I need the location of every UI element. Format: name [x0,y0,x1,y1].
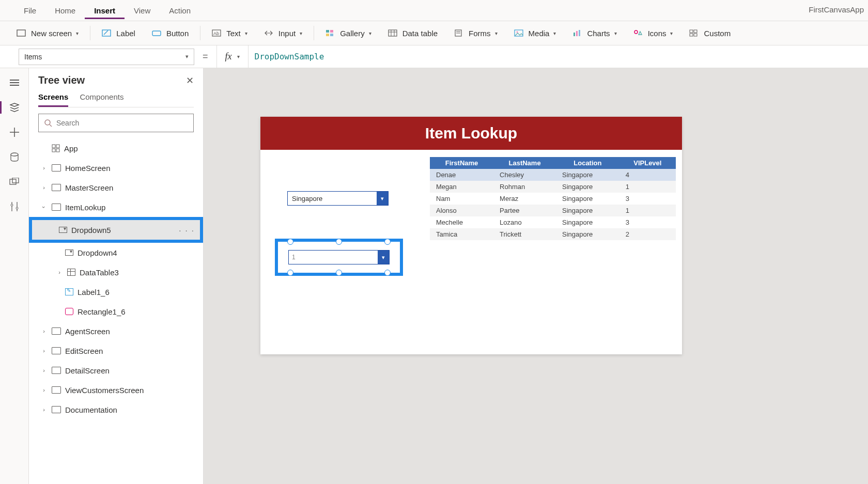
resize-handle[interactable] [287,270,293,276]
label-label: Label [116,29,135,38]
tree-label: Label1_6 [78,288,110,296]
tree-node-detailscreen[interactable]: ›DetailScreen [38,361,194,380]
chevron-down-icon[interactable]: ▾ [378,251,389,264]
custom-icon [689,28,699,38]
table-cell: Singapore [556,193,619,205]
tree-node-label1-6[interactable]: Label1_6 [38,282,194,302]
resize-handle[interactable] [287,239,293,245]
tree-node-viewcustomersscreen[interactable]: ›ViewCustomersScreen [38,380,194,400]
tree-label: ItemLookup [65,203,105,212]
tree-node-dropdown4[interactable]: Dropdown4 [38,243,194,262]
tree-search[interactable] [38,114,194,132]
tree-node-app[interactable]: App [38,138,194,158]
svg-rect-22 [690,30,693,33]
input-button[interactable]: Input ▾ [257,25,309,41]
menu-home[interactable]: Home [45,2,85,19]
menu-file[interactable]: File [14,2,45,19]
tree-node-datatable3[interactable]: ›DataTable3 [38,262,194,282]
table-header[interactable]: LastName [493,157,556,169]
app-preview[interactable]: Item Lookup Singapore ▾ 1 ▾ FirstNameLas… [260,117,682,354]
tree-node-documentation[interactable]: ›Documentation [38,400,194,419]
charts-label: Charts [587,29,610,38]
tree-node-agentscreen[interactable]: ›AgentScreen [38,321,194,341]
resize-handle[interactable] [336,270,342,276]
chevron-down-icon: ▾ [495,30,498,36]
media-button[interactable]: Media ▾ [507,25,564,41]
button-button[interactable]: Button [145,25,196,41]
forms-icon [454,28,463,38]
tab-screens[interactable]: Screens [38,92,68,107]
charts-button[interactable]: Charts ▾ [565,25,624,41]
media-label: Media [529,29,550,38]
table-header[interactable]: VIPLevel [619,157,676,169]
table-row[interactable]: NamMerazSingapore3 [430,193,676,205]
fx-button[interactable]: fx ▾ [216,45,249,68]
resize-handle[interactable] [384,270,391,276]
table-cell: 3 [619,216,676,228]
formula-input[interactable]: DropDownSample [249,52,331,61]
gallery-button[interactable]: Gallery ▾ [318,25,379,41]
tree-node-rectangle1-6[interactable]: Rectangle1_6 [38,302,194,321]
svg-rect-7 [326,34,329,36]
svg-rect-40 [52,145,55,148]
resize-handle[interactable] [384,239,391,245]
svg-rect-6 [330,30,333,33]
table-row[interactable]: TamicaTrickettSingapore2 [430,228,676,240]
hamburger-icon[interactable] [8,76,21,89]
custom-button[interactable]: Custom [682,25,738,41]
forms-button[interactable]: Forms ▾ [447,25,505,41]
table-header[interactable]: FirstName [430,157,493,169]
menu-action[interactable]: Action [160,2,200,19]
more-icon[interactable]: · · · [179,226,195,235]
data-icon[interactable] [8,151,21,163]
tree-node-dropdown5[interactable]: Dropdown5 · · · [32,220,200,240]
table-cell: 1 [619,181,676,193]
dropdown4-control[interactable]: Singapore ▾ [287,191,389,206]
svg-point-21 [634,30,638,34]
resize-handle[interactable] [336,239,342,245]
advanced-tools-icon[interactable] [8,200,21,213]
data-table[interactable]: FirstNameLastNameLocationVIPLevel DenaeC… [430,157,676,240]
screen-icon [52,164,61,171]
menu-view[interactable]: View [125,2,160,19]
icons-button[interactable]: Icons ▾ [626,25,680,41]
forms-label: Forms [469,29,491,38]
property-selector[interactable]: Items ▾ [19,49,194,65]
tree-node-editscreen[interactable]: ›EditScreen [38,341,194,361]
screen-icon [52,367,61,374]
dropdown5-selection[interactable]: 1 ▾ [275,239,403,276]
table-row[interactable]: MeganRohmanSingapore1 [430,181,676,193]
svg-rect-1 [102,30,111,36]
design-canvas[interactable]: ↖ Item Lookup Singapore ▾ 1 ▾ First [204,68,868,484]
insert-icon[interactable] [8,126,21,138]
tab-components[interactable]: Components [80,92,123,107]
tree-node-itemlookup[interactable]: ›ItemLookup [38,197,194,217]
menu-insert[interactable]: Insert [85,2,125,19]
tree-view-panel: Tree view ✕ Screens Components App ›Home… [29,68,204,484]
charts-icon [572,28,582,38]
chevron-down-icon[interactable]: ▾ [377,192,388,205]
tree-node-homescreen[interactable]: ›HomeScreen [38,158,194,178]
label-button[interactable]: Label [95,25,143,41]
tree-label: Rectangle1_6 [78,307,126,316]
media-icon [514,28,523,38]
data-table-button[interactable]: Data table [381,25,445,41]
search-input[interactable] [56,119,188,127]
media-rail-icon[interactable] [8,176,21,188]
close-icon[interactable]: ✕ [186,75,194,86]
text-button[interactable]: Ab Text ▾ [205,25,255,41]
tree-node-masterscreen[interactable]: ›MasterScreen [38,178,194,197]
new-screen-button[interactable]: New screen ▾ [9,25,86,41]
selection-highlight: Dropdown5 · · · [29,217,203,243]
dropdown5-control[interactable]: 1 ▾ [288,250,390,264]
table-cell: Singapore [556,181,619,193]
fx-icon: fx [225,51,232,62]
tree-view-icon[interactable] [8,101,21,114]
table-row[interactable]: AlonsoParteeSingapore1 [430,205,676,216]
svg-rect-19 [576,31,578,36]
table-header[interactable]: Location [556,157,619,169]
table-row[interactable]: MechelleLozanoSingapore3 [430,216,676,228]
table-cell: Meraz [493,193,556,205]
table-row[interactable]: DenaeChesleySingapore4 [430,169,676,181]
svg-rect-32 [10,179,16,184]
